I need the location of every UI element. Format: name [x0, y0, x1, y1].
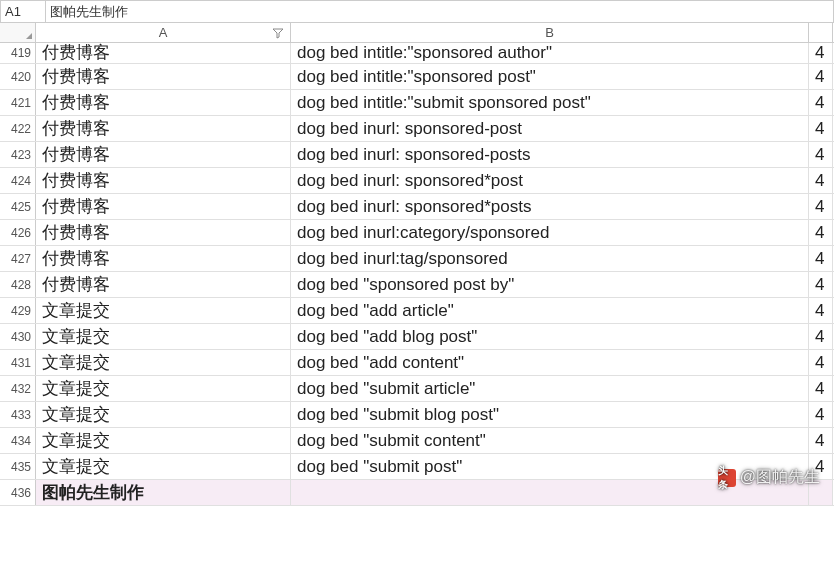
cell[interactable]: 4 [809, 454, 833, 479]
cell[interactable]: dog bed inurl:tag/sponsored [291, 246, 809, 271]
cell[interactable]: dog bed "submit post" [291, 454, 809, 479]
column-header-b[interactable]: B [291, 23, 809, 42]
cell[interactable]: dog bed "sponsored post by" [291, 272, 809, 297]
cell[interactable]: 文章提交 [36, 350, 291, 375]
cell[interactable]: 文章提交 [36, 454, 291, 479]
cell[interactable]: 付费博客 [36, 142, 291, 167]
cell[interactable]: dog bed "submit blog post" [291, 402, 809, 427]
cell[interactable]: 付费博客 [36, 272, 291, 297]
cell[interactable]: dog bed "submit article" [291, 376, 809, 401]
cell[interactable]: 4 [809, 168, 833, 193]
cell[interactable] [809, 480, 833, 505]
cell[interactable]: 4 [809, 246, 833, 271]
table-row: 422 付费博客 dog bed inurl: sponsored-post 4 [0, 116, 834, 142]
row-header[interactable]: 425 [0, 194, 36, 219]
row-header[interactable]: 428 [0, 272, 36, 297]
row-header[interactable]: 427 [0, 246, 36, 271]
table-row: 436 图帕先生制作 [0, 480, 834, 506]
cell[interactable]: dog bed inurl: sponsored*posts [291, 194, 809, 219]
row-header[interactable]: 429 [0, 298, 36, 323]
cell[interactable]: dog bed inurl:category/sponsored [291, 220, 809, 245]
cell[interactable]: 4 [809, 376, 833, 401]
column-header-a[interactable]: A [36, 23, 291, 42]
table-row: 421 付费博客 dog bed intitle:"submit sponsor… [0, 90, 834, 116]
cell[interactable]: dog bed "add blog post" [291, 324, 809, 349]
row-header[interactable]: 432 [0, 376, 36, 401]
cell[interactable]: 文章提交 [36, 376, 291, 401]
row-header[interactable]: 434 [0, 428, 36, 453]
cell[interactable]: 文章提交 [36, 324, 291, 349]
cell[interactable]: dog bed inurl: sponsored*post [291, 168, 809, 193]
table-row: 423 付费博客 dog bed inurl: sponsored-posts … [0, 142, 834, 168]
column-label: B [545, 25, 554, 40]
cell[interactable] [291, 480, 809, 505]
cell[interactable]: 4 [809, 350, 833, 375]
row-header[interactable]: 436 [0, 480, 36, 505]
table-row: 433 文章提交 dog bed "submit blog post" 4 [0, 402, 834, 428]
rows-container: 419 付费博客 dog bed intitle:"sponsored auth… [0, 43, 834, 506]
cell[interactable]: 4 [809, 90, 833, 115]
cell[interactable]: 4 [809, 220, 833, 245]
spreadsheet-grid: A B 419 付费博客 dog bed intitle:"sponsored … [0, 23, 834, 506]
row-header[interactable]: 419 [0, 43, 36, 63]
cell[interactable]: dog bed "add content" [291, 350, 809, 375]
column-label: A [159, 25, 168, 40]
cell-reference[interactable]: A1 [1, 4, 45, 19]
cell[interactable]: dog bed inurl: sponsored-post [291, 116, 809, 141]
table-row: 420 付费博客 dog bed intitle:"sponsored post… [0, 64, 834, 90]
row-header[interactable]: 433 [0, 402, 36, 427]
cell[interactable]: 付费博客 [36, 168, 291, 193]
cell[interactable]: 4 [809, 428, 833, 453]
row-header[interactable]: 431 [0, 350, 36, 375]
cell[interactable]: 4 [809, 64, 833, 89]
column-header-c[interactable] [809, 23, 833, 42]
cell[interactable]: 文章提交 [36, 428, 291, 453]
cell[interactable]: dog bed inurl: sponsored-posts [291, 142, 809, 167]
cell[interactable]: 付费博客 [36, 220, 291, 245]
table-row: 427 付费博客 dog bed inurl:tag/sponsored 4 [0, 246, 834, 272]
formula-value[interactable]: 图帕先生制作 [45, 1, 833, 22]
cell[interactable]: 4 [809, 194, 833, 219]
cell[interactable]: 4 [809, 298, 833, 323]
table-row: 429 文章提交 dog bed "add article" 4 [0, 298, 834, 324]
cell[interactable]: dog bed intitle:"sponsored author" [291, 43, 809, 63]
cell[interactable]: 付费博客 [36, 90, 291, 115]
row-header[interactable]: 435 [0, 454, 36, 479]
row-header[interactable]: 422 [0, 116, 36, 141]
table-row: 428 付费博客 dog bed "sponsored post by" 4 [0, 272, 834, 298]
cell[interactable]: dog bed "submit content" [291, 428, 809, 453]
cell[interactable]: 文章提交 [36, 298, 291, 323]
table-row: 419 付费博客 dog bed intitle:"sponsored auth… [0, 43, 834, 64]
row-header[interactable]: 426 [0, 220, 36, 245]
cell[interactable]: 4 [809, 272, 833, 297]
filter-dropdown-icon[interactable] [272, 27, 284, 39]
table-row: 430 文章提交 dog bed "add blog post" 4 [0, 324, 834, 350]
cell[interactable]: 4 [809, 43, 833, 63]
row-header[interactable]: 420 [0, 64, 36, 89]
table-row: 434 文章提交 dog bed "submit content" 4 [0, 428, 834, 454]
table-row: 431 文章提交 dog bed "add content" 4 [0, 350, 834, 376]
cell[interactable]: 付费博客 [36, 194, 291, 219]
cell[interactable]: 4 [809, 116, 833, 141]
cell[interactable]: 付费博客 [36, 246, 291, 271]
cell[interactable]: dog bed intitle:"submit sponsored post" [291, 90, 809, 115]
row-header[interactable]: 421 [0, 90, 36, 115]
cell[interactable]: dog bed "add article" [291, 298, 809, 323]
select-all-corner[interactable] [0, 23, 36, 42]
cell[interactable]: 文章提交 [36, 402, 291, 427]
table-row: 424 付费博客 dog bed inurl: sponsored*post 4 [0, 168, 834, 194]
cell[interactable]: dog bed intitle:"sponsored post" [291, 64, 809, 89]
row-header[interactable]: 430 [0, 324, 36, 349]
cell[interactable]: 付费博客 [36, 116, 291, 141]
column-headers: A B [0, 23, 834, 43]
table-row: 425 付费博客 dog bed inurl: sponsored*posts … [0, 194, 834, 220]
row-header[interactable]: 423 [0, 142, 36, 167]
cell[interactable]: 付费博客 [36, 64, 291, 89]
name-box: A1 图帕先生制作 [0, 0, 834, 23]
cell[interactable]: 4 [809, 402, 833, 427]
cell[interactable]: 图帕先生制作 [36, 480, 291, 505]
cell[interactable]: 4 [809, 324, 833, 349]
row-header[interactable]: 424 [0, 168, 36, 193]
cell[interactable]: 付费博客 [36, 43, 291, 63]
cell[interactable]: 4 [809, 142, 833, 167]
